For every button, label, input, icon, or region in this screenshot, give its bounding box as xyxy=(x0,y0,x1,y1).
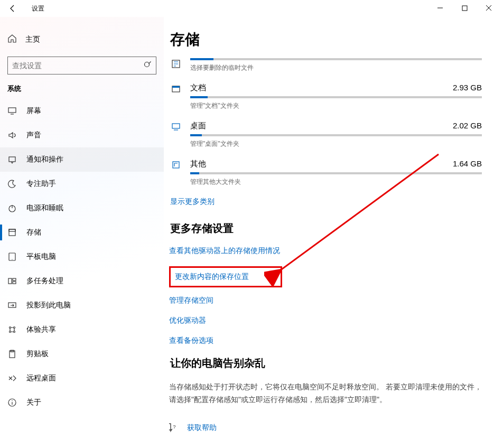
remote-icon xyxy=(7,374,17,383)
nav-label: 剪贴板 xyxy=(26,349,49,359)
storage-name: 桌面 xyxy=(190,121,206,131)
storage-item[interactable]: 文档2.93 GB管理"文档"文件夹 xyxy=(169,83,482,110)
nav-label: 关于 xyxy=(26,398,41,407)
search-icon xyxy=(143,61,152,71)
nav-label: 投影到此电脑 xyxy=(26,301,71,310)
nav-label: 多任务处理 xyxy=(26,276,63,286)
storage-size: 2.93 GB xyxy=(453,83,482,93)
desktop-icon xyxy=(169,121,183,132)
storage-icon xyxy=(7,228,17,237)
nav-label: 通知和操作 xyxy=(26,155,63,164)
clipboard-icon xyxy=(7,349,17,359)
svg-point-2 xyxy=(145,62,150,67)
nav-label: 专注助手 xyxy=(26,179,56,189)
more-storage-title: 更多存储设置 xyxy=(170,221,482,236)
show-more-link[interactable]: 显示更多类别 xyxy=(170,197,215,207)
nav-item-sound[interactable]: 声音 xyxy=(0,123,164,147)
tablet-icon xyxy=(7,252,17,262)
svg-rect-3 xyxy=(8,108,16,113)
help-icon: ? xyxy=(169,422,180,434)
svg-point-24 xyxy=(12,400,12,401)
nav-item-tablet[interactable]: 平板电脑 xyxy=(0,245,164,269)
svg-text:?: ? xyxy=(173,424,175,430)
nav-item-notification[interactable]: 通知和操作 xyxy=(0,147,164,172)
home-label: 主页 xyxy=(25,35,40,44)
minimize-button[interactable] xyxy=(428,0,452,16)
storage-item[interactable]: 其他1.64 GB管理其他大文件夹 xyxy=(169,159,482,186)
nav-item-monitor[interactable]: 屏幕 xyxy=(0,99,164,123)
storage-sub: 管理其他大文件夹 xyxy=(190,178,482,186)
nav-item-remote[interactable]: 远程桌面 xyxy=(0,366,164,390)
nav-item-about[interactable]: 关于 xyxy=(0,390,164,415)
home-link[interactable]: 主页 xyxy=(0,30,164,49)
svg-rect-5 xyxy=(9,157,15,162)
storage-sub: 管理"桌面"文件夹 xyxy=(190,139,482,148)
svg-rect-13 xyxy=(13,278,16,281)
window-title: 设置 xyxy=(32,4,44,13)
storage-link-change-location[interactable]: 更改新内容的保存位置 xyxy=(175,272,249,282)
svg-rect-8 xyxy=(9,229,15,236)
cleanup-text: 当存储感知处于打开状态时，它将仅在电脑空间不足时释放空间。 若要立即清理未使用的… xyxy=(169,381,482,406)
storage-link[interactable]: 查看其他驱动器上的存储使用情况 xyxy=(169,246,482,256)
nav-item-share[interactable]: 体验共享 xyxy=(0,318,164,342)
nav-item-storage[interactable]: 存储 xyxy=(0,220,164,245)
storage-size: 1.64 GB xyxy=(453,159,482,169)
about-icon xyxy=(7,398,17,407)
nav-label: 存储 xyxy=(26,228,41,237)
svg-rect-9 xyxy=(9,229,15,231)
svg-point-11 xyxy=(12,259,12,259)
storage-size: 2.02 GB xyxy=(453,121,482,131)
notification-icon xyxy=(7,155,17,164)
nav-label: 体验共享 xyxy=(26,325,56,334)
storage-link[interactable]: 管理存储空间 xyxy=(169,296,482,305)
power-icon xyxy=(7,203,17,213)
svg-rect-30 xyxy=(173,162,179,168)
nav-item-moon[interactable]: 专注助手 xyxy=(0,172,164,196)
section-label: 系统 xyxy=(7,84,156,94)
temp-icon xyxy=(169,58,183,69)
nav-label: 屏幕 xyxy=(26,106,41,116)
multitask-icon xyxy=(7,276,17,286)
sidebar: 主页 系统 屏幕声音通知和操作专注助手电源和睡眠存储平板电脑多任务处理投影到此电… xyxy=(0,17,164,448)
moon-icon xyxy=(7,179,17,189)
share-icon xyxy=(7,325,17,334)
svg-rect-27 xyxy=(172,86,180,88)
storage-item[interactable]: 选择要删除的临时文件 xyxy=(169,58,482,72)
svg-rect-12 xyxy=(8,278,12,284)
maximize-button[interactable] xyxy=(452,0,477,16)
nav-item-project[interactable]: 投影到此电脑 xyxy=(0,293,164,318)
back-button[interactable] xyxy=(4,0,21,17)
home-icon xyxy=(7,34,17,45)
highlight-box: 更改新内容的保存位置 xyxy=(169,266,282,287)
search-box[interactable] xyxy=(7,57,156,74)
svg-rect-28 xyxy=(172,124,180,128)
main-content: 存储 选择要删除的临时文件文档2.93 GB管理"文档"文件夹桌面2.02 GB… xyxy=(164,17,503,448)
nav-label: 电源和睡眠 xyxy=(26,203,63,213)
nav-item-power[interactable]: 电源和睡眠 xyxy=(0,196,164,220)
storage-link[interactable]: 优化驱动器 xyxy=(169,316,482,325)
nav-item-clipboard[interactable]: 剪贴板 xyxy=(0,342,164,366)
svg-rect-14 xyxy=(13,282,16,284)
monitor-icon xyxy=(7,106,17,116)
storage-name: 其他 xyxy=(190,159,206,169)
page-title: 存储 xyxy=(170,30,482,50)
nav-label: 平板电脑 xyxy=(26,252,56,262)
svg-rect-1 xyxy=(462,6,467,11)
project-icon xyxy=(7,301,17,310)
storage-link[interactable]: 查看备份选项 xyxy=(169,336,482,346)
storage-name: 文档 xyxy=(190,83,206,93)
storage-sub: 选择要删除的临时文件 xyxy=(190,63,482,72)
nav-label: 远程桌面 xyxy=(26,374,56,383)
storage-item[interactable]: 桌面2.02 GB管理"桌面"文件夹 xyxy=(169,121,482,148)
doc-icon xyxy=(169,83,183,94)
search-input[interactable] xyxy=(12,61,143,70)
nav-label: 声音 xyxy=(26,130,41,140)
sound-icon xyxy=(7,130,17,140)
storage-sub: 管理"文档"文件夹 xyxy=(190,101,482,110)
nav-item-multitask[interactable]: 多任务处理 xyxy=(0,269,164,293)
close-button[interactable] xyxy=(477,0,501,16)
other-icon xyxy=(169,159,183,170)
get-help-link[interactable]: 获取帮助 xyxy=(187,423,217,433)
titlebar: 设置 xyxy=(0,0,503,17)
nav-list: 屏幕声音通知和操作专注助手电源和睡眠存储平板电脑多任务处理投影到此电脑体验共享剪… xyxy=(0,99,164,415)
